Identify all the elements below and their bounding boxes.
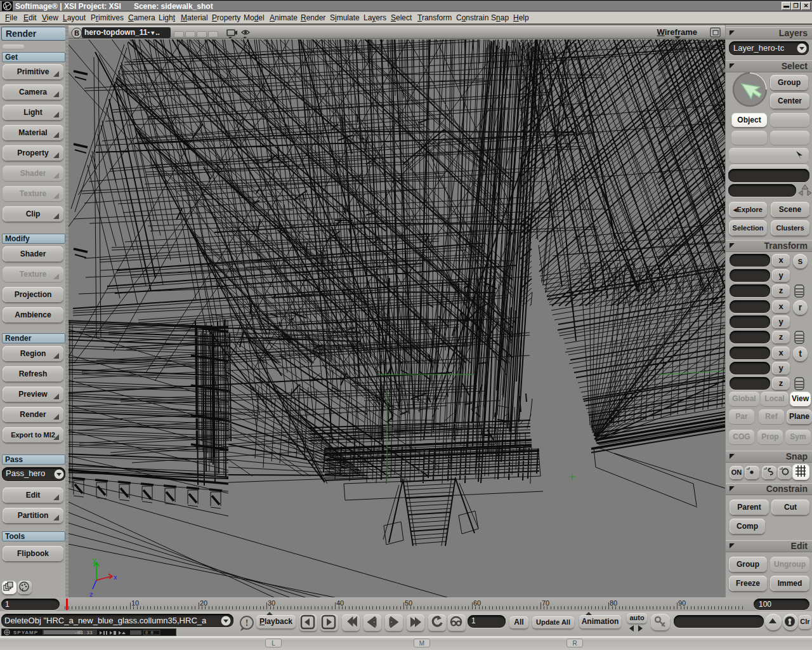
svg-text:z: z <box>89 590 93 597</box>
svg-text:0 0: 0 0 <box>145 630 154 635</box>
svg-text:B: B <box>74 29 79 37</box>
svg-text:SPYAMP: SPYAMP <box>13 630 38 635</box>
svg-text:-03:33: -03:33 <box>74 630 93 635</box>
svg-text:x: x <box>114 573 117 581</box>
svg-text:y: y <box>93 556 96 564</box>
svg-text:!: ! <box>246 618 249 628</box>
